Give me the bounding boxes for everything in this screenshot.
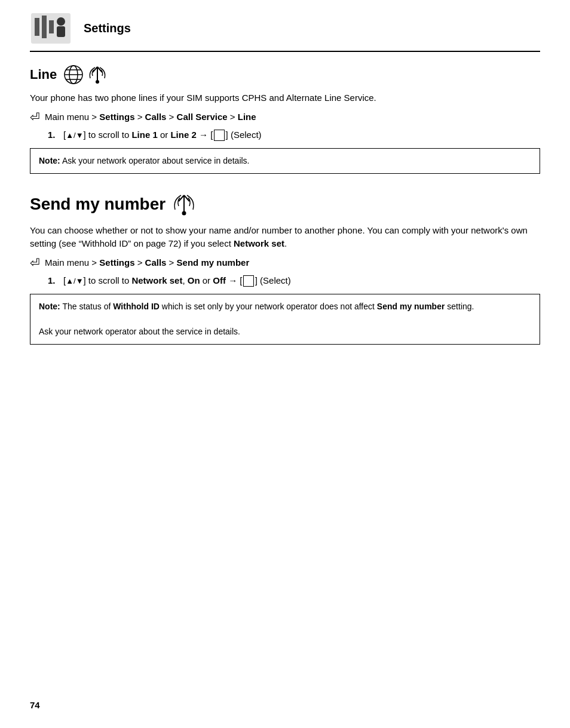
globe-icon [63,64,84,85]
send-heading-text: Send my number [30,195,166,214]
page-title: Settings [84,21,131,35]
send-menu-path: ⏎ Main menu > Settings > Calls > Send my… [30,256,540,270]
send-note-box: Note: The status of Withhold ID which is… [30,294,540,345]
send-step-number-1: 1. [48,274,60,288]
send-return-arrow-icon: ⏎ [30,256,40,270]
line-section: Line [30,64,540,174]
line-menu-path-text: Main menu > Settings > Calls > Call Serv… [45,112,256,122]
line-icons [63,64,108,85]
company-logo [30,12,72,45]
send-antenna-icon [171,192,197,217]
send-description: You can choose whether or not to show yo… [30,224,540,251]
svg-point-18 [182,211,186,215]
send-note-text-line2: Ask your network operator about the serv… [39,325,531,338]
line-menu-path: ⏎ Main menu > Settings > Calls > Call Se… [30,110,540,124]
page: Settings Line [0,0,570,728]
page-number: 74 [30,700,40,710]
send-nav-arrows-icon: ▲/▼ [66,276,83,285]
send-step-1-text: [▲/▼] to scroll to Network set, On or Of… [63,274,291,288]
send-note-text-line1: Note: The status of Withhold ID which is… [39,300,531,313]
line-description: Your phone has two phone lines if your S… [30,91,540,105]
send-step-1: 1. [▲/▼] to scroll to Network set, On or… [48,274,540,288]
page-footer: 74 [30,700,40,710]
svg-point-14 [96,80,99,84]
line-note-box: Note: Ask your network operator about se… [30,148,540,174]
line-step-1: 1. [▲/▼] to scroll to Line 1 or Line 2 →… [48,128,540,142]
send-section: Send my number You can choose whether or… [30,192,540,345]
send-select-key-icon [243,275,253,287]
line-heading: Line [30,64,540,85]
return-arrow-icon: ⏎ [30,110,40,124]
svg-rect-5 [57,26,65,37]
step-number-1: 1. [48,128,60,142]
line-note-text: Note: Ask your network operator about se… [39,156,250,165]
antenna-icon [87,64,108,85]
send-heading: Send my number [30,192,540,217]
page-header: Settings [30,12,540,52]
nav-arrows-icon: ▲/▼ [66,130,83,139]
svg-rect-2 [42,16,47,38]
line-heading-text: Line [30,67,57,82]
select-key-icon [214,130,224,142]
step-1-text: [▲/▼] to scroll to Line 1 or Line 2 → [ … [63,128,262,142]
send-menu-path-text: Main menu > Settings > Calls > Send my n… [45,257,249,268]
svg-point-4 [57,17,65,26]
svg-rect-1 [35,18,39,36]
svg-rect-3 [49,20,54,33]
